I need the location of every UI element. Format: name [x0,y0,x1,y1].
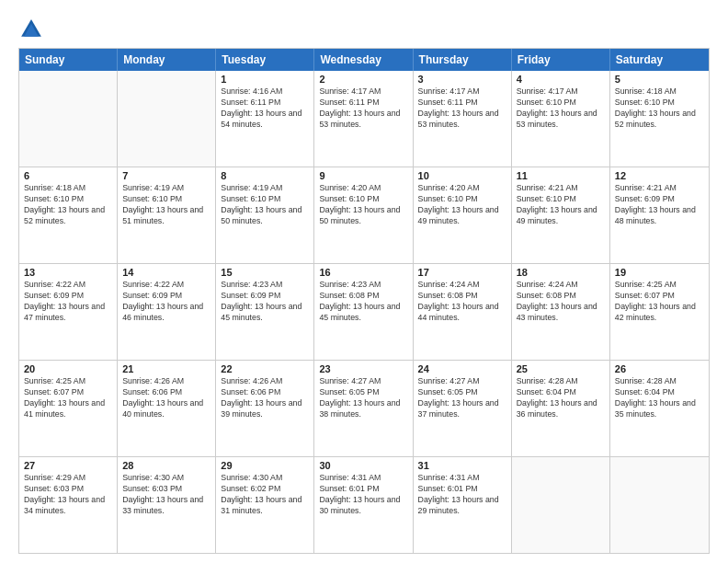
day-number: 17 [418,267,506,278]
cell-info: Sunrise: 4:31 AM Sunset: 6:01 PM Dayligh… [319,473,407,517]
calendar-week-1: 1Sunrise: 4:16 AM Sunset: 6:11 PM Daylig… [19,71,709,167]
page: SundayMondayTuesdayWednesdayThursdayFrid… [0,0,728,563]
header-day-monday: Monday [118,49,216,71]
cal-cell-3-2: 14Sunrise: 4:22 AM Sunset: 6:09 PM Dayli… [118,264,216,360]
cal-cell-1-7: 5Sunrise: 4:18 AM Sunset: 6:10 PM Daylig… [610,71,709,167]
cal-cell-1-4: 2Sunrise: 4:17 AM Sunset: 6:11 PM Daylig… [314,71,413,167]
cell-info: Sunrise: 4:17 AM Sunset: 6:10 PM Dayligh… [517,86,605,131]
cell-info: Sunrise: 4:28 AM Sunset: 6:04 PM Dayligh… [615,376,704,420]
day-number: 15 [221,267,309,278]
cal-cell-5-5: 31Sunrise: 4:31 AM Sunset: 6:01 PM Dayli… [414,457,512,553]
cal-cell-3-4: 16Sunrise: 4:23 AM Sunset: 6:08 PM Dayli… [314,264,413,360]
day-number: 10 [418,170,506,181]
header-day-thursday: Thursday [414,49,512,71]
day-number: 28 [122,460,210,471]
day-number: 7 [122,170,210,181]
cell-info: Sunrise: 4:27 AM Sunset: 6:05 PM Dayligh… [319,376,407,420]
day-number: 1 [221,74,309,85]
day-number: 11 [517,170,605,181]
day-number: 9 [319,170,407,181]
header-day-saturday: Saturday [610,49,709,71]
cal-cell-1-2 [118,71,216,167]
cell-info: Sunrise: 4:23 AM Sunset: 6:08 PM Dayligh… [319,280,407,324]
calendar-body: 1Sunrise: 4:16 AM Sunset: 6:11 PM Daylig… [19,71,709,553]
cell-info: Sunrise: 4:16 AM Sunset: 6:11 PM Dayligh… [221,86,309,131]
cell-info: Sunrise: 4:26 AM Sunset: 6:06 PM Dayligh… [122,376,210,420]
cell-info: Sunrise: 4:21 AM Sunset: 6:10 PM Dayligh… [517,183,605,227]
calendar-week-5: 27Sunrise: 4:29 AM Sunset: 6:03 PM Dayli… [19,456,709,553]
logo [18,17,48,42]
day-number: 31 [418,460,506,471]
cal-cell-4-6: 25Sunrise: 4:28 AM Sunset: 6:04 PM Dayli… [512,361,610,456]
cell-info: Sunrise: 4:22 AM Sunset: 6:09 PM Dayligh… [122,280,210,324]
cal-cell-4-1: 20Sunrise: 4:25 AM Sunset: 6:07 PM Dayli… [19,361,118,456]
cal-cell-3-5: 17Sunrise: 4:24 AM Sunset: 6:08 PM Dayli… [414,264,512,360]
cell-info: Sunrise: 4:19 AM Sunset: 6:10 PM Dayligh… [221,183,309,227]
calendar: SundayMondayTuesdayWednesdayThursdayFrid… [18,48,710,554]
cell-info: Sunrise: 4:27 AM Sunset: 6:05 PM Dayligh… [418,376,506,420]
cell-info: Sunrise: 4:26 AM Sunset: 6:06 PM Dayligh… [221,376,309,420]
cell-info: Sunrise: 4:30 AM Sunset: 6:02 PM Dayligh… [221,473,309,517]
calendar-header-row: SundayMondayTuesdayWednesdayThursdayFrid… [19,49,709,71]
cal-cell-5-7 [610,457,709,553]
day-number: 12 [615,170,704,181]
day-number: 23 [319,363,407,374]
day-number: 18 [517,267,605,278]
day-number: 24 [418,363,506,374]
cal-cell-4-7: 26Sunrise: 4:28 AM Sunset: 6:04 PM Dayli… [610,361,709,456]
cell-info: Sunrise: 4:20 AM Sunset: 6:10 PM Dayligh… [418,183,506,227]
cell-info: Sunrise: 4:29 AM Sunset: 6:03 PM Dayligh… [24,473,112,517]
cell-info: Sunrise: 4:21 AM Sunset: 6:09 PM Dayligh… [615,183,704,227]
calendar-week-4: 20Sunrise: 4:25 AM Sunset: 6:07 PM Dayli… [19,360,709,456]
day-number: 5 [615,74,704,85]
cal-cell-4-3: 22Sunrise: 4:26 AM Sunset: 6:06 PM Dayli… [216,361,314,456]
cal-cell-1-6: 4Sunrise: 4:17 AM Sunset: 6:10 PM Daylig… [512,71,610,167]
day-number: 19 [615,267,704,278]
logo-icon [18,17,44,42]
cell-info: Sunrise: 4:19 AM Sunset: 6:10 PM Dayligh… [122,183,210,227]
cal-cell-2-5: 10Sunrise: 4:20 AM Sunset: 6:10 PM Dayli… [414,167,512,263]
cal-cell-4-2: 21Sunrise: 4:26 AM Sunset: 6:06 PM Dayli… [118,361,216,456]
day-number: 8 [221,170,309,181]
cal-cell-2-4: 9Sunrise: 4:20 AM Sunset: 6:10 PM Daylig… [314,167,413,263]
cell-info: Sunrise: 4:24 AM Sunset: 6:08 PM Dayligh… [517,280,605,324]
day-number: 26 [615,363,704,374]
day-number: 29 [221,460,309,471]
header-day-tuesday: Tuesday [216,49,314,71]
cell-info: Sunrise: 4:28 AM Sunset: 6:04 PM Dayligh… [517,376,605,420]
calendar-week-2: 6Sunrise: 4:18 AM Sunset: 6:10 PM Daylig… [19,167,709,263]
cal-cell-3-7: 19Sunrise: 4:25 AM Sunset: 6:07 PM Dayli… [610,264,709,360]
cal-cell-5-3: 29Sunrise: 4:30 AM Sunset: 6:02 PM Dayli… [216,457,314,553]
header-day-wednesday: Wednesday [314,49,413,71]
cal-cell-5-6 [512,457,610,553]
cal-cell-2-1: 6Sunrise: 4:18 AM Sunset: 6:10 PM Daylig… [19,167,118,263]
cal-cell-3-1: 13Sunrise: 4:22 AM Sunset: 6:09 PM Dayli… [19,264,118,360]
day-number: 2 [319,74,407,85]
cal-cell-5-2: 28Sunrise: 4:30 AM Sunset: 6:03 PM Dayli… [118,457,216,553]
cal-cell-1-5: 3Sunrise: 4:17 AM Sunset: 6:11 PM Daylig… [414,71,512,167]
cell-info: Sunrise: 4:25 AM Sunset: 6:07 PM Dayligh… [615,280,704,324]
cell-info: Sunrise: 4:22 AM Sunset: 6:09 PM Dayligh… [24,280,112,324]
cal-cell-4-4: 23Sunrise: 4:27 AM Sunset: 6:05 PM Dayli… [314,361,413,456]
cal-cell-3-6: 18Sunrise: 4:24 AM Sunset: 6:08 PM Dayli… [512,264,610,360]
day-number: 14 [122,267,210,278]
cal-cell-1-1 [19,71,118,167]
day-number: 21 [122,363,210,374]
cal-cell-5-1: 27Sunrise: 4:29 AM Sunset: 6:03 PM Dayli… [19,457,118,553]
cell-info: Sunrise: 4:30 AM Sunset: 6:03 PM Dayligh… [122,473,210,517]
day-number: 13 [24,267,112,278]
cell-info: Sunrise: 4:25 AM Sunset: 6:07 PM Dayligh… [24,376,112,420]
day-number: 25 [517,363,605,374]
cell-info: Sunrise: 4:18 AM Sunset: 6:10 PM Dayligh… [615,86,704,131]
cell-info: Sunrise: 4:17 AM Sunset: 6:11 PM Dayligh… [319,86,407,131]
cell-info: Sunrise: 4:24 AM Sunset: 6:08 PM Dayligh… [418,280,506,324]
cal-cell-4-5: 24Sunrise: 4:27 AM Sunset: 6:05 PM Dayli… [414,361,512,456]
day-number: 27 [24,460,112,471]
cal-cell-2-2: 7Sunrise: 4:19 AM Sunset: 6:10 PM Daylig… [118,167,216,263]
day-number: 20 [24,363,112,374]
cal-cell-2-3: 8Sunrise: 4:19 AM Sunset: 6:10 PM Daylig… [216,167,314,263]
day-number: 22 [221,363,309,374]
day-number: 16 [319,267,407,278]
cell-info: Sunrise: 4:31 AM Sunset: 6:01 PM Dayligh… [418,473,506,517]
cell-info: Sunrise: 4:23 AM Sunset: 6:09 PM Dayligh… [221,280,309,324]
